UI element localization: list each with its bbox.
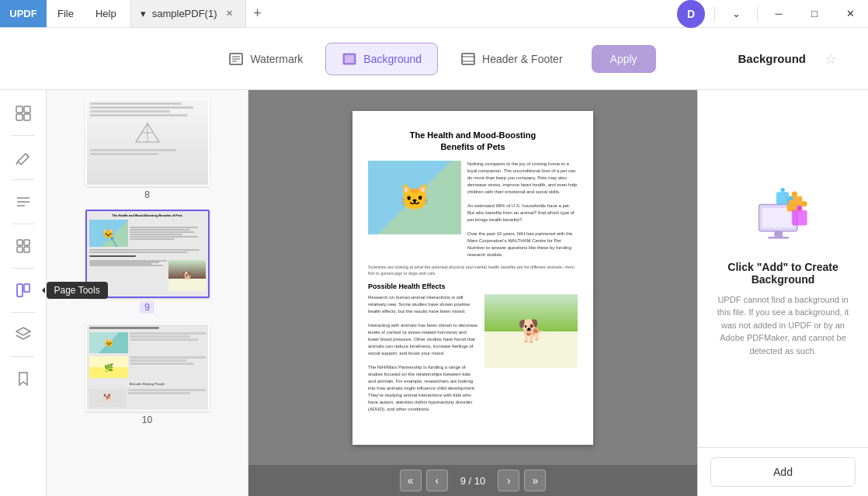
svg-rect-11 [16, 114, 23, 120]
pdf-subtitle: Possible Health Effects [368, 282, 578, 292]
pdf-caption: Scientists are looking at what the poten… [368, 265, 578, 276]
nav-last-button[interactable]: » [524, 470, 546, 491]
collapse-button[interactable]: ⌄ [718, 0, 754, 27]
sidebar-item-layers[interactable] [6, 317, 40, 352]
thumbnail-page-8[interactable]: 8 [85, 98, 210, 200]
svg-rect-37 [776, 192, 789, 204]
svg-rect-30 [774, 231, 783, 236]
svg-rect-19 [17, 247, 23, 252]
favorite-star-icon[interactable]: ☆ [825, 50, 837, 68]
thumbnail-panel: 8 The Health and Mood-Boosting Benefits … [47, 90, 248, 496]
close-button[interactable]: ✕ [832, 0, 868, 27]
sidebar-item-organize[interactable] [6, 229, 40, 263]
background-label: Background [363, 53, 422, 65]
nav-prev-button[interactable]: ‹ [426, 470, 448, 491]
page-info: 9 / 10 [453, 475, 494, 487]
thumbnail-page-9[interactable]: The Health and Mood-Boosting Benefits of… [85, 210, 210, 314]
background-icon [342, 51, 357, 67]
nav-first-button[interactable]: « [400, 470, 422, 491]
svg-rect-10 [24, 106, 30, 113]
thumb-img-8 [87, 99, 208, 185]
tab-close-button[interactable]: ✕ [224, 8, 236, 20]
svg-marker-24 [16, 328, 30, 335]
add-background-button[interactable]: Add [710, 457, 856, 487]
new-tab-button[interactable]: + [246, 0, 269, 27]
header-footer-label: Header & Footer [482, 53, 563, 65]
menu-bar: File Help [47, 0, 127, 27]
thumb-frame-8 [85, 98, 210, 186]
tab-sample-pdf[interactable]: ▾ samplePDF(1) ✕ [130, 0, 246, 27]
thumb-frame-10: 🐱 🌿 [85, 323, 210, 411]
svg-rect-22 [17, 284, 23, 297]
tab-label: samplePDF(1) [152, 8, 217, 19]
pdf-cat-image: 🐱 [368, 161, 461, 234]
header-footer-icon [460, 51, 476, 67]
sidebar-item-bookmark[interactable] [6, 362, 40, 396]
thumb-img-10: 🐱 🌿 [87, 324, 208, 410]
thumb-img-9: The Health and Mood-Boosting Benefits of… [87, 211, 208, 297]
titlebar: UPDF File Help ▾ samplePDF(1) ✕ + D ⌄ ─ … [0, 0, 868, 28]
no-background-title: Click "Add" to Create Background [710, 261, 856, 286]
apply-button[interactable]: Apply [592, 45, 656, 73]
svg-line-13 [26, 154, 29, 157]
tab-watermark[interactable]: Watermark [212, 43, 319, 75]
svg-point-33 [791, 191, 797, 196]
sidebar-item-annotate[interactable] [6, 185, 40, 219]
sidebar-item-page-tools[interactable]: Page Tools [6, 273, 40, 307]
sidebar-separator-3 [12, 224, 35, 224]
page-number-9: 9 [140, 301, 155, 314]
svg-rect-31 [768, 237, 789, 239]
svg-rect-5 [345, 55, 354, 63]
pdf-navigation: « ‹ 9 / 10 › » [248, 465, 697, 496]
svg-rect-23 [24, 284, 30, 292]
svg-rect-35 [791, 210, 807, 225]
svg-point-38 [780, 188, 784, 192]
sidebar-separator-5 [12, 312, 35, 313]
thumbnail-page-10[interactable]: 🐱 🌿 [85, 323, 210, 425]
svg-point-36 [797, 206, 801, 210]
menu-file[interactable]: File [47, 0, 85, 27]
controls-separator2 [757, 6, 758, 22]
sidebar-separator-1 [12, 135, 35, 136]
add-bold-text: Add [762, 261, 783, 273]
tab-bar: ▾ samplePDF(1) ✕ + [130, 0, 671, 27]
sidebar-separator-4 [12, 268, 35, 269]
pdf-body-text: Nothing compares to the joy of coming ho… [467, 161, 578, 258]
sidebar-separator-6 [12, 356, 35, 357]
menu-help[interactable]: Help [85, 0, 127, 27]
app-logo: UPDF [0, 0, 47, 27]
tab-header-footer[interactable]: Header & Footer [444, 43, 579, 75]
controls-separator [714, 6, 715, 22]
right-panel-body: Click "Add" to Create Background UPDF ca… [698, 90, 868, 447]
toolbar-tab-group: Watermark Background Header & Footer App… [212, 43, 655, 75]
pdf-page-content: The Health and Mood-Boosting Benefits of… [337, 90, 609, 465]
no-background-description: UPDF cannot find a background in this fi… [710, 293, 856, 358]
svg-rect-9 [16, 106, 23, 113]
page-number-10: 10 [142, 414, 152, 425]
svg-rect-21 [24, 247, 30, 252]
tab-dropdown-icon[interactable]: ▾ [141, 8, 146, 19]
minimize-button[interactable]: ─ [761, 0, 797, 27]
main-content: Page Tools [0, 90, 868, 496]
toolbar: Watermark Background Header & Footer App… [0, 28, 868, 90]
svg-rect-20 [24, 240, 30, 245]
pdf-document: The Health and Mood-Boosting Benefits of… [352, 111, 593, 445]
svg-point-34 [801, 201, 807, 206]
nav-next-button[interactable]: › [498, 470, 519, 491]
pdf-page-title: The Health and Mood-Boosting Benefits of… [368, 130, 578, 154]
right-panel: Click "Add" to Create Background UPDF ca… [697, 90, 868, 496]
sidebar-separator-2 [12, 179, 35, 180]
right-panel-footer: Add [698, 447, 868, 496]
svg-line-14 [16, 161, 18, 165]
maximize-button[interactable]: □ [797, 0, 832, 27]
window-controls: D ⌄ ─ □ ✕ [671, 0, 868, 27]
sidebar-item-edit[interactable] [6, 140, 40, 175]
pdf-dog-image: 🐕 [484, 294, 578, 368]
tab-background[interactable]: Background [325, 43, 438, 75]
svg-rect-12 [24, 114, 30, 120]
sidebar-item-thumbnail[interactable] [6, 96, 40, 130]
page-number-8: 8 [144, 189, 150, 200]
user-avatar[interactable]: D [677, 0, 705, 28]
svg-rect-18 [17, 240, 23, 245]
watermark-label: Watermark [250, 53, 303, 65]
